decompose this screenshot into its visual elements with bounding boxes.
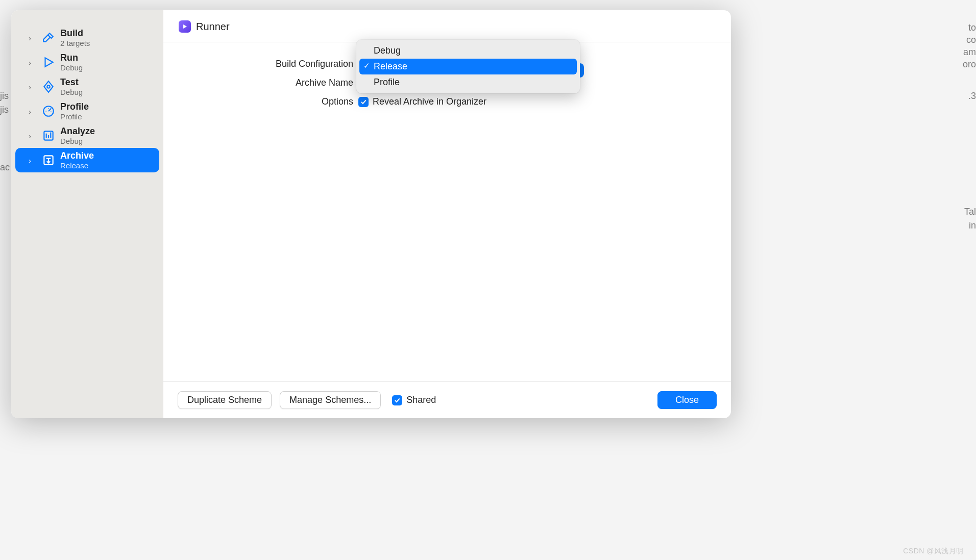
scheme-editor-sheet: › Build 2 targets › Run Debug › [11, 10, 731, 418]
config-option-release[interactable]: Release [359, 59, 577, 74]
bg-text: .3 [968, 91, 976, 101]
build-config-label: Build Configuration [163, 59, 358, 69]
analyze-icon [42, 129, 55, 142]
sidebar-item-profile[interactable]: › Profile Profile [11, 99, 163, 123]
bg-text: in [969, 220, 976, 231]
chevron-right-icon: › [29, 156, 37, 165]
main-header: Runner [163, 10, 731, 42]
sidebar-item-analyze[interactable]: › Analyze Debug [11, 123, 163, 148]
sidebar-item-sub: 2 targets [60, 39, 90, 47]
close-button[interactable]: Close [657, 391, 717, 409]
sidebar-item-label: Test [60, 77, 83, 88]
config-option-debug[interactable]: Debug [359, 43, 577, 59]
archive-form: Build Configuration Archive Name Options… [163, 42, 731, 115]
sidebar-item-sub: Release [60, 161, 94, 170]
sidebar: › Build 2 targets › Run Debug › [11, 10, 163, 418]
sheet-footer: Duplicate Scheme Manage Schemes... Share… [163, 381, 731, 418]
archive-icon [42, 154, 55, 167]
config-option-profile[interactable]: Profile [359, 74, 577, 90]
bg-text: co [966, 35, 976, 45]
sidebar-item-label: Build [60, 28, 90, 39]
sidebar-item-sub: Profile [60, 112, 89, 121]
bg-text: oro [963, 59, 976, 70]
bg-text: Tal [964, 207, 976, 217]
chevron-right-icon: › [29, 132, 37, 140]
bg-text: am [963, 47, 976, 58]
sidebar-item-sub: Debug [60, 137, 95, 145]
bg-text: to [968, 22, 976, 33]
svg-point-0 [47, 85, 50, 88]
gauge-icon [42, 105, 55, 118]
bg-text: ac [0, 162, 10, 173]
wrench-icon [42, 80, 55, 93]
bg-text: jis [0, 91, 9, 101]
sidebar-item-label: Archive [60, 150, 94, 161]
sidebar-item-sub: Debug [60, 88, 83, 96]
main-panel: Runner Build Configuration Archive Name … [163, 10, 731, 418]
chevron-right-icon: › [29, 83, 37, 91]
shared-label: Shared [406, 395, 436, 405]
runner-app-icon [179, 20, 191, 33]
duplicate-scheme-button[interactable]: Duplicate Scheme [178, 391, 272, 409]
bg-text: jis [0, 105, 9, 115]
archive-name-label: Archive Name [163, 78, 358, 88]
sidebar-item-label: Run [60, 53, 83, 63]
reveal-archive-label: Reveal Archive in Organizer [373, 96, 486, 107]
sidebar-item-build[interactable]: › Build 2 targets [11, 26, 163, 50]
chevron-right-icon: › [29, 107, 37, 116]
reveal-archive-checkbox[interactable] [358, 97, 369, 107]
build-config-menu: Debug Release Profile [356, 40, 580, 93]
watermark: CSDN @风浅月明 [903, 547, 964, 556]
sidebar-item-test[interactable]: › Test Debug [11, 74, 163, 99]
options-label: Options [163, 96, 358, 107]
sidebar-item-label: Profile [60, 101, 89, 112]
chevron-right-icon: › [29, 34, 37, 42]
manage-schemes-button[interactable]: Manage Schemes... [280, 391, 381, 409]
sidebar-item-label: Analyze [60, 126, 95, 137]
play-icon [42, 56, 55, 69]
shared-checkbox[interactable] [392, 395, 402, 405]
chevron-right-icon: › [29, 58, 37, 67]
sidebar-item-run[interactable]: › Run Debug [11, 50, 163, 74]
sidebar-item-archive[interactable]: › Archive Release [15, 148, 159, 172]
hammer-icon [42, 31, 55, 44]
sidebar-item-sub: Debug [60, 63, 83, 72]
scheme-title: Runner [196, 21, 230, 33]
